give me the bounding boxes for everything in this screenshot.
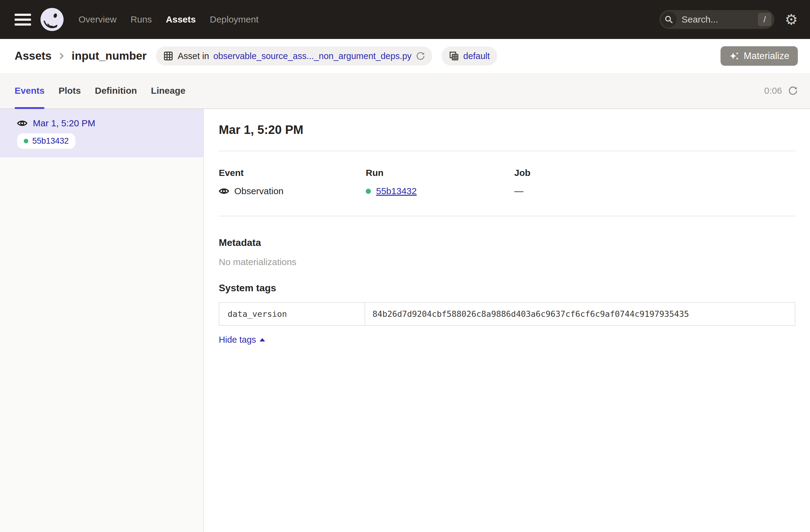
dagster-app: Overview Runs Assets Deployment / ⚙ Asse… xyxy=(0,0,810,532)
run-status-dot xyxy=(366,189,371,194)
asset-tabs: Events Plots Definition Lineage 0:06 xyxy=(0,73,810,109)
run-status-dot xyxy=(24,139,28,143)
caret-up-icon xyxy=(260,338,265,341)
event-column: Event Observation xyxy=(219,168,366,196)
asset-group-link[interactable]: default xyxy=(464,51,490,61)
system-tags-heading: System tags xyxy=(219,283,795,294)
event-detail-panel: Mar 1, 5:20 PM Event Observation xyxy=(204,109,810,532)
primary-nav: Overview Runs Assets Deployment xyxy=(79,14,259,25)
event-type-value: Observation xyxy=(234,186,284,196)
job-empty-value: — xyxy=(514,186,523,196)
run-column-label: Run xyxy=(366,168,514,178)
asset-group-icon xyxy=(449,51,459,61)
metadata-empty-text: No materializations xyxy=(219,257,795,267)
eye-icon xyxy=(219,186,229,196)
event-timestamp: Mar 1, 5:20 PM xyxy=(33,118,95,128)
sparkle-icon xyxy=(729,51,740,61)
asset-definition-pill: Asset in observable_source_ass..._non_ar… xyxy=(156,47,432,65)
refresh-icon[interactable] xyxy=(788,86,798,96)
run-column: Run 55b13432 xyxy=(366,168,514,196)
event-run-badge: 55b13432 xyxy=(17,133,76,149)
system-tags-table: data_version 84b26d7d9204cbf588026c8a988… xyxy=(219,302,795,326)
refresh-countdown: 0:06 xyxy=(764,85,782,96)
event-detail-title: Mar 1, 5:20 PM xyxy=(219,123,795,136)
top-nav: Overview Runs Assets Deployment / ⚙ xyxy=(0,0,810,39)
event-list-item-selected[interactable]: Mar 1, 5:20 PM 55b13432 xyxy=(0,109,203,157)
breadcrumb-chevron-icon xyxy=(57,51,66,61)
divider xyxy=(219,151,795,151)
nav-item-assets[interactable]: Assets xyxy=(166,14,196,25)
materialize-button[interactable]: Materialize xyxy=(720,46,798,66)
materialize-label: Materialize xyxy=(744,50,789,62)
asset-definition-link[interactable]: observable_source_ass..._non_argument_de… xyxy=(213,51,411,61)
event-list-sidebar: Mar 1, 5:20 PM 55b13432 xyxy=(0,109,204,532)
search-input[interactable] xyxy=(682,14,758,25)
nav-item-deployment[interactable]: Deployment xyxy=(210,14,258,25)
nav-item-runs[interactable]: Runs xyxy=(131,14,152,25)
asset-header: Assets input_number Asset in observable_… xyxy=(0,39,810,73)
event-column-label: Event xyxy=(219,168,366,178)
job-column: Job — xyxy=(514,168,661,196)
content-area: Mar 1, 5:20 PM 55b13432 Mar 1, 5:20 PM E… xyxy=(0,109,810,532)
job-column-label: Job xyxy=(514,168,661,178)
dagster-logo-icon[interactable] xyxy=(40,7,64,31)
asset-group-pill: default xyxy=(441,47,497,65)
metadata-heading: Metadata xyxy=(219,237,795,248)
search-icon xyxy=(661,12,677,27)
event-info-grid: Event Observation Run xyxy=(219,168,795,196)
refresh-timer: 0:06 xyxy=(764,85,798,96)
menu-icon[interactable] xyxy=(15,14,31,26)
tab-plots[interactable]: Plots xyxy=(59,73,81,108)
page-title-asset-name: input_number xyxy=(71,50,147,62)
reload-definition-icon[interactable] xyxy=(416,51,425,61)
divider xyxy=(219,216,795,216)
hide-tags-label: Hide tags xyxy=(219,335,256,345)
nav-item-overview[interactable]: Overview xyxy=(79,14,116,25)
hide-tags-link[interactable]: Hide tags xyxy=(219,335,265,345)
top-nav-right: / ⚙ xyxy=(659,10,798,29)
tab-events[interactable]: Events xyxy=(15,73,45,108)
asset-in-label: Asset in xyxy=(178,51,209,61)
asset-table-icon xyxy=(163,51,174,61)
eye-icon xyxy=(17,118,27,128)
breadcrumb-assets[interactable]: Assets xyxy=(15,50,51,62)
tab-lineage[interactable]: Lineage xyxy=(151,73,185,108)
tag-key-cell: data_version xyxy=(220,303,365,325)
search-shortcut-key: / xyxy=(758,13,771,26)
gear-icon[interactable]: ⚙ xyxy=(785,12,798,27)
run-id-link[interactable]: 55b13432 xyxy=(376,186,417,196)
event-run-id: 55b13432 xyxy=(32,136,69,146)
search-box[interactable]: / xyxy=(659,10,774,29)
tab-definition[interactable]: Definition xyxy=(95,73,137,108)
tag-value-cell: 84b26d7d9204cbf588026c8a9886d403a6c9637c… xyxy=(365,303,795,325)
